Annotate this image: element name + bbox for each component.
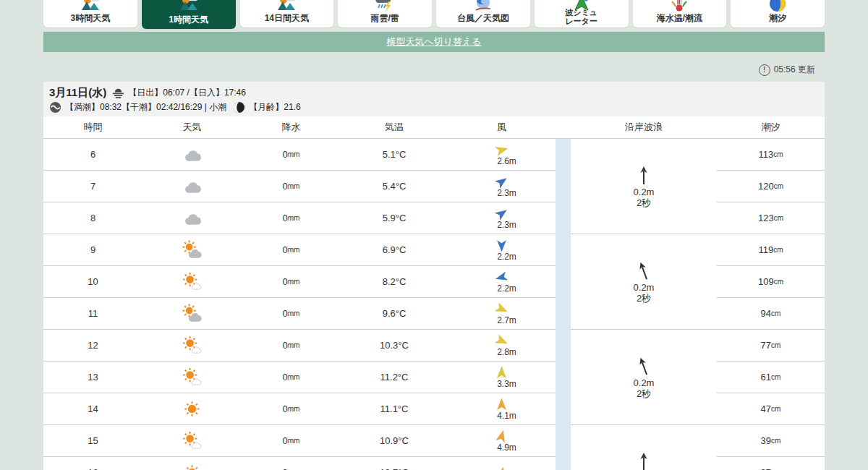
weather-cell: [142, 330, 242, 362]
wave-period: 2秒: [637, 293, 651, 304]
wind-cell: 4.9m: [448, 425, 556, 457]
hour-cell: 14: [43, 393, 142, 425]
tide-cell: 123cm: [717, 202, 825, 234]
cloudy-icon: [182, 145, 202, 164]
weather-scene-icon: [277, 0, 296, 13]
temp-cell: 10.7°C: [341, 457, 448, 470]
tide-cell: 39cm: [717, 425, 825, 457]
tab-bar: 3時間天気1時間天気14日間天気雨雲/雷台風／天気図波シミュ レーター海水温/潮…: [43, 0, 825, 29]
tide-cell: 113cm: [717, 139, 825, 171]
col-spacer: [556, 116, 571, 138]
weather-cell: [142, 234, 242, 266]
tide-cell: 77cm: [717, 330, 825, 362]
tab-1[interactable]: 3時間天気: [43, 0, 137, 27]
wave-direction-arrow: [631, 353, 657, 380]
sunny-icon: [182, 463, 202, 470]
wind-cell: 2.3m: [448, 202, 556, 234]
sunrise-icon: [112, 87, 124, 99]
hour-cell: 8: [43, 202, 142, 234]
wave-direction-arrow: [634, 165, 653, 187]
wave-group-12-14: 0.2m2秒: [571, 330, 717, 425]
temp-cell: 10.9°C: [341, 425, 448, 457]
weather-cell: [142, 202, 242, 234]
wind-direction-arrow: [493, 464, 510, 470]
sunny-icon: [182, 399, 202, 419]
weather-cell: [142, 362, 242, 393]
weather-cell: [142, 171, 242, 202]
precip-cell: 0mm: [242, 393, 341, 425]
mostly-sunny-icon: [182, 272, 202, 291]
sea-temp-icon: [670, 0, 689, 13]
table-header: 時間 天気 降水 気温 風 沿岸波浪 潮汐: [43, 116, 825, 139]
wind-cell: 2.2m: [448, 266, 556, 298]
tide-times: 【満潮】08:32【干潮】02:42/16:29 | 小潮: [65, 101, 226, 114]
tide-cell: 109cm: [717, 266, 825, 298]
tab-label: 台風／天気図: [436, 14, 530, 22]
typhoon-icon: [474, 0, 493, 13]
weather-cell: [142, 139, 242, 171]
weather-cell: [142, 457, 242, 470]
tab-4[interactable]: 雨雲/雷: [338, 0, 432, 27]
wave-group-6-8: 0.2m2秒: [571, 139, 717, 234]
tab-7[interactable]: 海水温/潮流: [633, 0, 727, 27]
tide-cell: 47cm: [717, 393, 825, 425]
forecast-table: 6 0mm5.1°C 2.6m113cm7 0mm5.4°C 2.3m120cm…: [43, 139, 825, 470]
hour-cell: 16: [43, 457, 142, 470]
tab-3[interactable]: 14日間天気: [240, 0, 334, 27]
hour-cell: 15: [43, 425, 142, 457]
date-label: 3月11日(水): [49, 86, 106, 100]
precip-cell: 0mm: [242, 298, 341, 330]
precip-cell: 0mm: [242, 266, 341, 298]
wind-cell: 3.3m: [448, 362, 556, 393]
wind-cell: 2.8m: [448, 330, 556, 362]
col-temp: 気温: [341, 116, 448, 138]
weather-cell: [142, 266, 242, 298]
tab-label: 3時間天気: [43, 14, 137, 22]
col-wind: 風: [448, 116, 556, 138]
precip-cell: 0mm: [242, 202, 341, 234]
wind-cell: [448, 457, 556, 470]
col-time: 時間: [43, 116, 142, 138]
mostly-sunny-icon: [182, 367, 202, 387]
wind-direction-arrow: [495, 239, 509, 252]
cloudy-icon: [182, 176, 202, 196]
weather-cell: [142, 298, 242, 330]
hour-cell: 7: [43, 171, 142, 202]
wave-height: 0.2m: [634, 187, 655, 197]
weather-scene-icon: [81, 0, 100, 13]
temp-cell: 11.1°C: [341, 393, 448, 425]
col-tide: 潮汐: [717, 116, 825, 138]
wave-icon: [49, 101, 61, 114]
wind-direction-arrow: [495, 366, 509, 380]
sun-cloud-icon: [182, 304, 202, 323]
info-icon: !: [759, 64, 770, 76]
banner: 横型天気へ切り替える: [43, 32, 825, 52]
mostly-sunny-icon: [182, 431, 202, 450]
tide-cell: 119cm: [717, 234, 825, 266]
tab-label: 1時間天気: [142, 15, 236, 24]
tide-cell: 27cm: [717, 457, 825, 470]
wave-direction-arrow: [631, 257, 657, 284]
col-wave: 沿岸波浪: [571, 116, 717, 138]
tab-5[interactable]: 台風／天気図: [436, 0, 530, 27]
tab-label: 14日間天気: [240, 14, 334, 22]
tab-label: 波シミュ レーター: [535, 8, 629, 25]
moon-icon: [233, 101, 245, 114]
wind-cell: 2.2m: [448, 234, 556, 266]
wave-group-15-17: 0.2m2秒: [571, 425, 717, 470]
tab-6[interactable]: 波シミュ レーター: [535, 0, 629, 27]
tide-cell: 120cm: [717, 171, 825, 202]
updated-time: 05:56 更新: [774, 64, 815, 76]
tab-8[interactable]: 潮汐: [731, 0, 825, 27]
temp-cell: 5.4°C: [341, 171, 448, 202]
weather-cell: [142, 425, 242, 457]
switch-layout-link[interactable]: 横型天気へ切り替える: [386, 36, 481, 47]
hour-cell: 10: [43, 266, 142, 298]
col-weather: 天気: [142, 116, 242, 138]
wind-direction-arrow: [493, 268, 510, 285]
hour-cell: 13: [43, 362, 142, 393]
tab-2[interactable]: 1時間天気: [142, 0, 236, 29]
temp-cell: 11.2°C: [341, 362, 448, 393]
tide-cell: 94cm: [717, 298, 825, 330]
tab-label: 雨雲/雷: [338, 14, 432, 22]
